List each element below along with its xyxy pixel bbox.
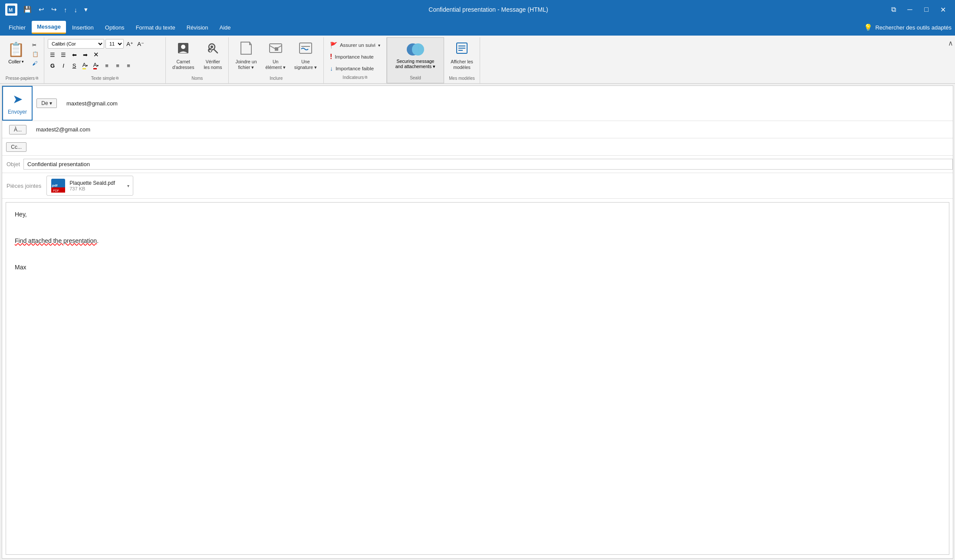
up-quick-btn[interactable]: ↑ bbox=[61, 4, 70, 15]
numbered-list-btn[interactable]: ☰ bbox=[59, 50, 68, 59]
menu-bar: Fichier Message Insertion Options Format… bbox=[0, 19, 955, 36]
indicateurs-expand[interactable]: ⧉ bbox=[365, 75, 367, 80]
attachment-icon: pdf PDF bbox=[50, 178, 66, 193]
close-btn[interactable]: ✕ bbox=[936, 3, 950, 16]
indent-more-btn[interactable]: ➡ bbox=[80, 50, 90, 59]
menu-insertion[interactable]: Insertion bbox=[67, 21, 99, 34]
menu-aide[interactable]: Aide bbox=[214, 21, 236, 34]
send-button[interactable]: ➤ Envoyer bbox=[2, 86, 33, 121]
clear-format-btn[interactable]: ✕ bbox=[91, 50, 101, 59]
importance-haute-btn[interactable]: ! Importance haute bbox=[327, 51, 383, 62]
align-center-btn[interactable]: ≡ bbox=[113, 61, 122, 70]
app-icon: M bbox=[5, 3, 17, 16]
minimize-btn[interactable]: ─ bbox=[903, 3, 917, 16]
ribbon: 📋 Coller ▾ ✂ 📋 🖌 Presse-papiers ⧉ Calibr… bbox=[0, 36, 955, 84]
paste-icon: 📋 bbox=[7, 41, 25, 58]
save-quick-btn[interactable]: 💾 bbox=[21, 4, 34, 15]
bold-btn[interactable]: G bbox=[48, 61, 57, 70]
presse-papiers-expand[interactable]: ⧉ bbox=[36, 76, 38, 81]
font-color-btn[interactable]: A▾ bbox=[91, 61, 101, 70]
font-shrink-btn[interactable]: A⁻ bbox=[136, 39, 145, 49]
highlight-btn[interactable]: A▾ bbox=[80, 61, 90, 70]
svg-text:pdf: pdf bbox=[52, 183, 58, 187]
font-row3-format: G I S A▾ A▾ ≡ ≡ ≡ bbox=[48, 61, 162, 70]
a-spacer: À... bbox=[2, 125, 33, 134]
joindre-fichier-btn[interactable]: Joindre unfichier ▾ bbox=[232, 39, 260, 72]
format-painter-btn[interactable]: 🖌 bbox=[30, 59, 40, 68]
lightbulb-icon: 💡 bbox=[864, 23, 873, 32]
coller-label: Coller ▾ bbox=[8, 59, 24, 64]
assurer-label: Assurer un suivi bbox=[340, 43, 375, 48]
menu-format-texte[interactable]: Format du texte bbox=[131, 21, 181, 34]
cc-spacer: Cc... bbox=[2, 142, 33, 152]
restore-btn[interactable]: ⧉ bbox=[886, 3, 900, 16]
body-line-2 bbox=[15, 223, 940, 232]
une-signature-btn[interactable]: Unesignature ▾ bbox=[291, 39, 320, 72]
align-left-btn[interactable]: ≡ bbox=[102, 61, 112, 70]
menu-fichier[interactable]: Fichier bbox=[3, 21, 31, 34]
de-field: ➤ Envoyer De ▾ bbox=[2, 86, 953, 121]
cut-btn[interactable]: ✂ bbox=[30, 41, 40, 49]
menu-message[interactable]: Message bbox=[32, 21, 66, 34]
search-label[interactable]: Rechercher des outils adaptés bbox=[875, 24, 952, 31]
attachment-dropdown-icon[interactable]: ▾ bbox=[127, 183, 129, 188]
body-line-4 bbox=[15, 249, 940, 259]
svg-line-6 bbox=[214, 49, 217, 53]
menu-revision[interactable]: Révision bbox=[181, 21, 214, 34]
afficher-modeles-btn[interactable]: Afficher lesmodèles bbox=[448, 39, 476, 72]
body-line-1: Hey, bbox=[15, 210, 940, 219]
objet-field: Objet bbox=[2, 156, 953, 173]
ribbon-group-noms: Carnetd'adresses Vérifierles noms Noms bbox=[166, 37, 229, 83]
attachment-item[interactable]: pdf PDF Plaquette Seald.pdf 737 KB ▾ bbox=[46, 176, 133, 196]
font-size-select[interactable]: 11 bbox=[105, 39, 124, 49]
cc-input[interactable] bbox=[33, 141, 953, 153]
clipboard-content: 📋 Coller ▾ ✂ 📋 🖌 bbox=[3, 39, 40, 75]
mes-modeles-content: Afficher lesmodèles bbox=[448, 39, 476, 75]
more-quick-btn[interactable]: ▾ bbox=[82, 4, 90, 15]
securing-message-btn[interactable]: Securing messageand attachements ▾ bbox=[391, 39, 440, 71]
inclure-content: Joindre unfichier ▾ Unélément ▾ Unesigna… bbox=[232, 39, 319, 75]
arrow-down-icon: ↓ bbox=[330, 65, 333, 72]
ribbon-collapse-btn[interactable]: ∧ bbox=[946, 37, 955, 83]
underline-btn[interactable]: S bbox=[69, 61, 79, 70]
undo-quick-btn[interactable]: ↩ bbox=[36, 4, 47, 15]
bullet-list-btn[interactable]: ☰ bbox=[48, 50, 57, 59]
joindre-icon bbox=[240, 41, 252, 58]
importance-faible-btn[interactable]: ↓ Importance faible bbox=[327, 63, 383, 74]
signature-icon bbox=[299, 41, 313, 58]
a-input[interactable] bbox=[33, 124, 953, 135]
inclure-label: Inclure bbox=[232, 75, 319, 82]
ribbon-group-indicateurs: 🚩 Assurer un suivi ▾ ! Importance haute … bbox=[324, 37, 387, 83]
indent-less-btn[interactable]: ⬅ bbox=[69, 50, 79, 59]
objet-input[interactable] bbox=[23, 159, 953, 170]
de-input[interactable] bbox=[63, 98, 953, 109]
texte-simple-label: Texte simple ⧉ bbox=[48, 75, 162, 82]
font-grow-btn[interactable]: A⁺ bbox=[125, 39, 135, 49]
verifier-noms-btn[interactable]: Vérifierles noms bbox=[201, 39, 225, 72]
de-dropdown-btn[interactable]: De ▾ bbox=[36, 98, 57, 108]
copy-btn[interactable]: 📋 bbox=[30, 50, 40, 59]
font-row1: Calibri (Cor 11 A⁺ A⁻ bbox=[48, 39, 162, 49]
noms-label: Noms bbox=[169, 75, 225, 82]
ribbon-group-texte-simple: Calibri (Cor 11 A⁺ A⁻ ☰ ☰ ⬅ ➡ ✕ G I S bbox=[44, 37, 166, 83]
maximize-btn[interactable]: □ bbox=[919, 3, 933, 16]
verifier-icon bbox=[206, 41, 220, 58]
carnet-adresses-btn[interactable]: Carnetd'adresses bbox=[169, 39, 197, 72]
a-btn[interactable]: À... bbox=[9, 125, 26, 134]
down-quick-btn[interactable]: ↓ bbox=[72, 4, 80, 15]
ribbon-group-seald: Securing messageand attachements ▾ Seald bbox=[387, 37, 444, 83]
texte-simple-expand[interactable]: ⧉ bbox=[116, 76, 119, 81]
coller-button[interactable]: 📋 Coller ▾ bbox=[3, 39, 29, 66]
svg-text:PDF: PDF bbox=[53, 189, 59, 192]
svg-point-7 bbox=[208, 48, 212, 52]
email-body[interactable]: Hey, Find attached the presentation. Max bbox=[6, 202, 949, 555]
menu-options[interactable]: Options bbox=[100, 21, 130, 34]
un-element-btn[interactable]: Unélément ▾ bbox=[263, 39, 289, 72]
align-right-btn[interactable]: ≡ bbox=[124, 61, 133, 70]
assurer-suivi-btn[interactable]: 🚩 Assurer un suivi ▾ bbox=[327, 40, 383, 50]
carnet-icon bbox=[176, 41, 190, 58]
font-family-select[interactable]: Calibri (Cor bbox=[48, 39, 104, 49]
redo-quick-btn[interactable]: ↪ bbox=[49, 4, 59, 15]
cc-btn[interactable]: Cc... bbox=[6, 142, 26, 152]
italic-btn[interactable]: I bbox=[59, 61, 68, 70]
